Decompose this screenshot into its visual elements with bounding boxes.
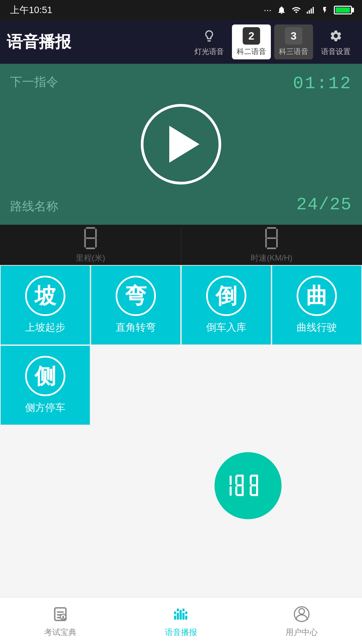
svg-rect-24 (242, 476, 244, 484)
mileage-stat: 里程(米) (0, 226, 181, 263)
curve-icon: 曲 (297, 276, 337, 316)
svg-rect-11 (267, 227, 276, 229)
header-nav: 灯光语音 2 科二语音 3 科三语音 语音设置 (190, 24, 355, 59)
progress-display: 24/25 (296, 195, 352, 215)
svg-rect-49 (185, 611, 187, 614)
svg-rect-7 (95, 229, 97, 238)
ke3-voice-label: 科三语音 (279, 47, 308, 57)
svg-rect-10 (86, 237, 95, 239)
svg-rect-3 (313, 7, 314, 14)
svg-rect-13 (265, 229, 267, 238)
func-reverse[interactable]: 倒 倒车入库 (181, 265, 272, 345)
svg-point-50 (299, 608, 305, 614)
func-uphill[interactable]: 坡 上坡起步 (0, 265, 90, 345)
svg-rect-40 (62, 618, 64, 619)
empty-cell-2 (181, 345, 272, 425)
play-button[interactable] (141, 104, 221, 184)
bottom-nav-exam[interactable]: 考试宝典 (0, 604, 121, 638)
voice-nav-label: 语音播报 (165, 627, 197, 638)
mileage-label: 里程(米) (76, 253, 105, 263)
svg-rect-48 (174, 611, 176, 614)
bolt-icon (321, 5, 328, 15)
svg-rect-46 (177, 608, 179, 611)
nav-ke3-voice[interactable]: 3 科三语音 (274, 24, 313, 59)
svg-rect-9 (95, 238, 97, 248)
speed-stat: 时速(KM/H) (181, 226, 362, 263)
bottom-nav-voice[interactable]: 语音播报 (121, 604, 241, 638)
func-curve[interactable]: 曲 曲线行驶 (272, 265, 362, 345)
battery-icon (334, 6, 352, 14)
svg-rect-28 (251, 484, 258, 486)
svg-rect-47 (182, 608, 184, 611)
svg-rect-25 (235, 486, 237, 495)
wifi-icon (292, 5, 301, 15)
user-nav-label: 用户中心 (286, 627, 318, 638)
func-side-park[interactable]: 侧 侧方停车 (0, 345, 90, 425)
svg-rect-12 (267, 248, 276, 249)
bottom-spacer (0, 546, 362, 593)
score-value (228, 474, 268, 497)
uphill-label: 上坡起步 (25, 321, 65, 334)
bottom-nav: 考试宝典 语音播报 用户中心 (0, 597, 362, 644)
app-title: 语音播报 (7, 31, 183, 53)
user-icon (292, 604, 312, 624)
empty-cell-1 (90, 345, 181, 425)
display-area: 下一指令 01:12 路线名称 24/25 (0, 64, 362, 225)
svg-rect-14 (276, 229, 278, 238)
curve-label: 曲线行驶 (297, 321, 337, 334)
ke2-voice-label: 科二语音 (237, 47, 266, 57)
uphill-icon: 坡 (25, 276, 65, 316)
alarm-icon (277, 5, 286, 15)
svg-rect-44 (182, 612, 184, 620)
svg-rect-1 (309, 10, 310, 14)
svg-rect-4 (86, 227, 95, 229)
svg-rect-31 (256, 476, 258, 484)
bottom-nav-user[interactable]: 用户中心 (241, 604, 362, 638)
status-icons: ··· (264, 5, 352, 15)
side-park-icon: 侧 (25, 356, 65, 396)
svg-rect-33 (256, 486, 258, 495)
svg-rect-16 (276, 238, 278, 248)
svg-rect-35 (57, 611, 64, 612)
svg-rect-19 (230, 486, 232, 496)
side-park-label: 侧方停车 (25, 401, 65, 415)
voice-broadcast-icon (171, 604, 191, 624)
play-triangle-icon (169, 126, 199, 163)
turn-label: 直角转弯 (116, 321, 156, 334)
status-bar: 上午10:51 ··· (0, 0, 362, 20)
svg-rect-32 (250, 486, 252, 495)
svg-rect-42 (177, 612, 179, 620)
app-header: 语音播报 灯光语音 2 科二语音 3 科三语音 (0, 20, 362, 64)
turn-icon: 弯 (116, 276, 156, 316)
next-command-label: 下一指令 (10, 74, 58, 90)
svg-rect-41 (174, 615, 176, 620)
svg-rect-0 (307, 12, 308, 14)
voice-settings-label: 语音设置 (321, 47, 351, 57)
nav-light-voice[interactable]: 灯光语音 (190, 24, 229, 59)
svg-rect-26 (242, 486, 244, 495)
svg-rect-8 (84, 238, 86, 248)
exam-icon (50, 604, 70, 624)
stats-bar: 里程(米) 时速(KM/H) (0, 225, 362, 265)
empty-cell-3 (272, 345, 362, 425)
score-circle (215, 452, 282, 519)
svg-rect-17 (267, 237, 276, 239)
timer-display: 01:12 (293, 74, 352, 94)
light-voice-label: 灯光语音 (194, 47, 224, 57)
svg-rect-23 (235, 476, 237, 484)
ke2-badge: 2 (243, 27, 260, 45)
route-name-label: 路线名称 (10, 198, 58, 215)
exam-nav-label: 考试宝典 (44, 627, 76, 638)
svg-rect-5 (86, 248, 95, 249)
svg-rect-18 (230, 476, 232, 485)
nav-ke2-voice[interactable]: 2 科二语音 (232, 24, 271, 59)
function-grid-row1: 坡 上坡起步 弯 直角转弯 倒 倒车入库 曲 曲线行驶 (0, 265, 362, 345)
svg-rect-43 (180, 610, 182, 620)
nav-voice-settings[interactable]: 语音设置 (316, 24, 355, 59)
svg-rect-6 (84, 229, 86, 238)
func-turn[interactable]: 弯 直角转弯 (90, 265, 181, 345)
ke3-badge: 3 (285, 27, 302, 45)
svg-rect-21 (236, 484, 244, 486)
mileage-value (82, 226, 99, 250)
svg-rect-30 (250, 476, 252, 484)
